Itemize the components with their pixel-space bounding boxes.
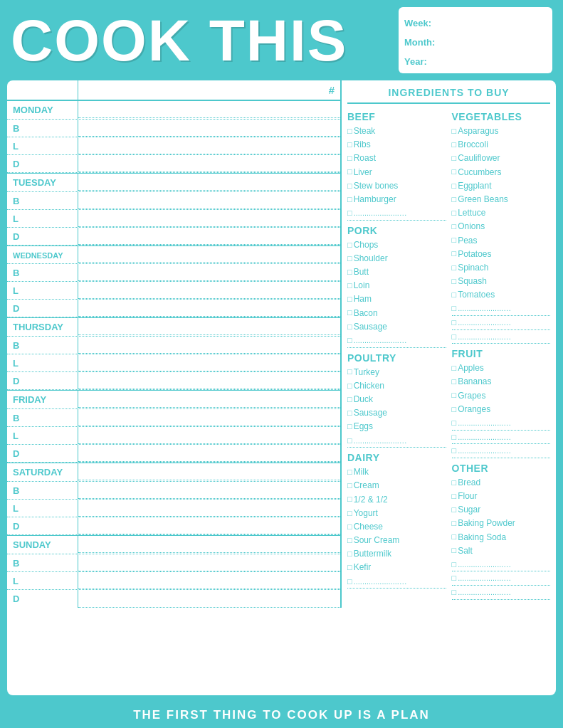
thursday-l-label: L <box>7 354 78 371</box>
fruit-oranges: Oranges <box>452 403 551 416</box>
veg-spinach: Spinach <box>452 261 551 275</box>
saturday-b-line[interactable] <box>78 482 340 499</box>
monday-label: MONDAY <box>7 101 78 119</box>
thursday-line[interactable] <box>78 320 340 335</box>
poultry-chicken: Chicken <box>347 379 446 393</box>
monday-line[interactable] <box>78 102 340 118</box>
planner-header-empty <box>7 80 78 100</box>
veg-potatoes: Potatoes <box>452 248 551 261</box>
dairy-category: DAIRY <box>347 452 446 463</box>
day-section-thursday: THURSDAY B L D <box>7 318 340 391</box>
vegetables-category: VEGETABLES <box>452 111 551 122</box>
beef-category: BEEF <box>347 111 446 122</box>
dairy-milk: Milk <box>347 465 446 479</box>
other-sugar: Sugar <box>452 503 551 517</box>
thursday-l-line[interactable] <box>78 354 340 371</box>
wednesday-row: WEDNESDAY <box>7 246 340 264</box>
monday-l-label: L <box>7 137 78 154</box>
monday-d-line[interactable] <box>78 155 340 172</box>
day-section-wednesday: WEDNESDAY B L D <box>7 246 340 318</box>
pork-ham: Ham <box>347 292 446 306</box>
thursday-l-row: L <box>7 354 340 372</box>
tuesday-l-line[interactable] <box>78 210 340 227</box>
tuesday-d-line[interactable] <box>78 228 340 245</box>
sunday-b-line[interactable] <box>78 554 340 571</box>
sunday-d-row: D <box>7 590 340 608</box>
week-field: Week: <box>404 15 547 31</box>
monday-b-label: B <box>7 120 78 137</box>
friday-l-label: L <box>7 427 78 444</box>
sunday-label: SUNDAY <box>7 536 78 554</box>
fruit-grapes: Grapes <box>452 389 551 403</box>
thursday-b-line[interactable] <box>78 337 340 354</box>
saturday-l-line[interactable] <box>78 500 340 517</box>
tuesday-d-row: D <box>7 228 340 246</box>
thursday-label: THURSDAY <box>7 318 78 336</box>
poultry-blank: .....................… <box>347 435 446 448</box>
wednesday-b-row: B <box>7 264 340 282</box>
thursday-d-label: D <box>7 372 78 389</box>
pork-bacon: Bacon <box>347 307 446 320</box>
friday-row: FRIDAY <box>7 391 340 409</box>
friday-b-label: B <box>7 409 78 426</box>
sunday-d-label: D <box>7 590 78 608</box>
week-input[interactable] <box>440 15 547 31</box>
day-section-friday: FRIDAY B L D <box>7 391 340 463</box>
monday-row: MONDAY <box>7 101 340 120</box>
wednesday-label: WEDNESDAY <box>7 246 78 263</box>
pork-butt: Butt <box>347 265 446 279</box>
saturday-d-line[interactable] <box>78 517 340 534</box>
content-grid: # MONDAY B L <box>7 80 556 608</box>
poultry-turkey: Turkey <box>347 366 446 379</box>
saturday-l-label: L <box>7 500 78 517</box>
friday-label: FRIDAY <box>7 391 78 408</box>
thursday-b-label: B <box>7 337 78 354</box>
saturday-b-label: B <box>7 482 78 499</box>
dairy-sour-cream: Sour Cream <box>347 534 446 547</box>
sunday-row: SUNDAY <box>7 536 340 554</box>
wednesday-l-line[interactable] <box>78 282 340 299</box>
wednesday-d-line[interactable] <box>78 300 340 317</box>
tuesday-b-line[interactable] <box>78 192 340 209</box>
other-blank1: .....................… <box>452 559 551 572</box>
other-baking-powder: Baking Powder <box>452 517 551 530</box>
wednesday-line[interactable] <box>78 247 340 263</box>
other-salt: Salt <box>452 544 551 558</box>
tuesday-l-label: L <box>7 210 78 227</box>
year-input[interactable] <box>440 53 547 69</box>
thursday-row: THURSDAY <box>7 318 340 337</box>
sunday-b-row: B <box>7 554 340 572</box>
sunday-line[interactable] <box>78 537 340 553</box>
beef-blank: .....................… <box>347 207 446 221</box>
fruit-blank3: .....................… <box>452 445 551 458</box>
sunday-d-line[interactable] <box>78 590 340 608</box>
friday-line[interactable] <box>78 392 340 408</box>
planner-hash: # <box>78 80 340 100</box>
ingredients-cols: BEEF Steak Ribs Roast Liver Stew bones H… <box>347 107 550 601</box>
thursday-d-line[interactable] <box>78 372 340 389</box>
tuesday-row: TUESDAY <box>7 174 340 192</box>
tuesday-line[interactable] <box>78 175 340 191</box>
wednesday-b-line[interactable] <box>78 264 340 281</box>
friday-l-row: L <box>7 427 340 445</box>
friday-d-line[interactable] <box>78 445 340 462</box>
monday-b-line[interactable] <box>78 120 340 137</box>
dairy-half: 1/2 & 1/2 <box>347 493 446 507</box>
veg-blank1: .....................… <box>452 302 551 316</box>
dairy-yogurt: Yogurt <box>347 507 446 520</box>
monday-l-line[interactable] <box>78 137 340 154</box>
friday-l-line[interactable] <box>78 427 340 444</box>
pork-chops: Chops <box>347 238 446 252</box>
other-category: OTHER <box>452 463 551 474</box>
sunday-b-label: B <box>7 554 78 571</box>
saturday-line[interactable] <box>78 465 340 480</box>
sunday-l-line[interactable] <box>78 572 340 589</box>
month-input[interactable] <box>440 34 547 50</box>
fruit-blank1: .....................… <box>452 417 551 431</box>
veg-onions: Onions <box>452 220 551 233</box>
tuesday-b-row: B <box>7 192 340 210</box>
footer-text: THE FIRST THING TO COOK UP IS A PLAN <box>133 708 430 722</box>
saturday-label: SATURDAY <box>7 463 78 481</box>
wednesday-b-label: B <box>7 264 78 281</box>
friday-b-line[interactable] <box>78 409 340 426</box>
